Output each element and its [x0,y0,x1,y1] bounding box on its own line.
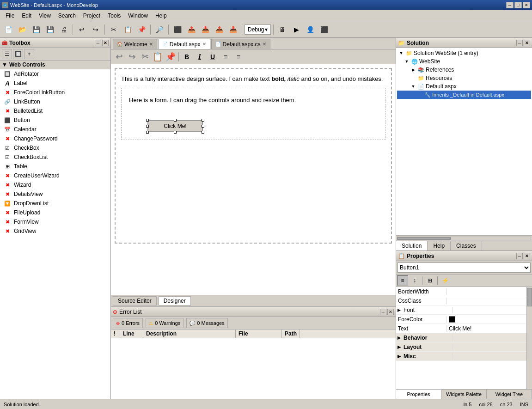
properties-close-button[interactable]: ✕ [524,253,530,259]
solution-scroll-thumb[interactable] [397,237,451,240]
devices-button[interactable]: 🖥 [276,24,289,36]
redo-button[interactable]: ↪ [89,24,102,36]
toolbox-item-checkbox[interactable]: ☑ CheckBox [0,143,110,153]
person-button[interactable]: 👤 [304,24,317,36]
prop-categorized-button[interactable]: ≡ [397,275,408,286]
toolbox-search-icon-btn[interactable]: 🔲 [13,49,23,59]
tb-extra5[interactable]: 📥 [226,24,239,36]
website-expander[interactable]: ▼ [404,58,410,65]
menu-tools[interactable]: Tools [104,12,124,20]
toolbox-item-fileupload[interactable]: ✖ FileUpload [0,208,110,217]
handle-bot-center[interactable] [174,131,177,134]
close-button[interactable]: ✕ [523,2,530,8]
prop-tab-widgets-palette[interactable]: Widgets Palette [441,390,487,399]
toolbox-item-changepassword[interactable]: ✖ ChangePassword [0,134,110,143]
prop-events-button[interactable]: ⚡ [440,275,451,286]
underline-button[interactable]: U [207,51,219,62]
handle-bot-left[interactable] [146,131,149,134]
default-aspx-tab-close[interactable]: ✕ [202,42,206,47]
errors-filter-button[interactable]: ⊖ 0 Errors [113,318,143,328]
properties-pin-button[interactable]: ─ [516,253,523,259]
run-button[interactable]: ▶ [290,24,303,36]
find-button[interactable]: 🔎 [153,24,166,36]
tree-references[interactable]: ▶ 📚 References [397,66,531,74]
welcome-tab-close[interactable]: ✕ [149,42,153,47]
editor-copy-button[interactable]: 📋 [152,51,164,62]
messages-filter-button[interactable]: 💬 0 Messages [186,318,227,328]
tb-extra2[interactable]: 📤 [185,24,198,36]
sol-tab-help[interactable]: Help [428,241,451,250]
handle-mid-right[interactable] [202,125,204,128]
references-expander[interactable]: ▶ [410,67,416,73]
toolbox-item-table[interactable]: ⊞ Table [0,162,110,171]
solution-expander[interactable]: ▼ [398,50,404,56]
tree-solution[interactable]: ▼ 📁 Solution WebSite (1 entry) [397,49,531,57]
menu-help[interactable]: Help [152,12,171,20]
maximize-button[interactable]: □ [514,2,522,8]
toolbox-item-bulletedlist[interactable]: ✖ BulletedList [0,106,110,116]
error-pin-button[interactable]: ─ [380,309,386,315]
editor-cut-button[interactable]: ✂ [139,51,151,62]
toolbox-close-button[interactable]: ✕ [102,40,109,46]
copy-button[interactable]: 📋 [121,24,134,36]
editor-undo-button[interactable]: ↩ [113,51,125,62]
open-button[interactable]: 📂 [16,24,29,36]
default-aspx-expander[interactable]: ▼ [410,83,416,90]
menu-search[interactable]: Search [55,12,79,20]
handle-top-left[interactable] [146,119,149,122]
menu-view[interactable]: View [35,12,55,20]
toolbox-item-wizard[interactable]: ✖ Wizard [0,180,110,189]
menu-file[interactable]: File [2,12,18,20]
toolbox-item-calendar[interactable]: 📅 Calendar [0,125,110,134]
toolbox-item-button[interactable]: ⬛ Button [0,116,110,125]
toolbox-item-checkboxlist[interactable]: ☑ CheckBoxList [0,153,110,162]
italic-button[interactable]: I [194,51,206,62]
save-button[interactable]: 💾 [30,24,43,36]
sol-tab-solution[interactable]: Solution [396,241,428,250]
toolbox-item-gridview[interactable]: ✖ GridView [0,226,110,236]
prop-scroll-thumb[interactable] [527,288,532,306]
toolbox-item-createuserwizard[interactable]: ✖ CreateUserWizard [0,171,110,180]
prop-value-forecolor[interactable] [447,316,526,323]
tree-website[interactable]: ▼ 🌐 WebSite [397,57,531,66]
save-all-button[interactable]: 💾 [43,24,56,36]
editor-paste-button[interactable]: 📌 [165,51,177,62]
tree-default-aspx[interactable]: ▼ 📄 Default.aspx [397,82,531,91]
handle-top-center[interactable] [174,119,177,122]
prop-sorted-button[interactable]: ↕ [409,275,420,286]
toolbox-add-button[interactable]: + [24,49,34,59]
toolbox-item-dropdownlist[interactable]: 🔽 DropDownList [0,199,110,208]
toolbox-search-list-icon[interactable]: ☰ [2,49,12,59]
misc-expander[interactable]: ▶ [396,354,402,359]
tb-extra1[interactable]: ⬛ [171,24,184,36]
toolbox-item-formview[interactable]: ✖ FormView [0,217,110,226]
solution-scroll-track[interactable] [397,237,531,240]
warnings-filter-button[interactable]: ⚠ 0 Warnings [146,318,183,328]
toolbox-pin-button[interactable]: ─ [95,40,101,46]
debug-dropdown[interactable]: Debug ▾ [245,24,271,35]
bold-button[interactable]: B [181,51,193,62]
tree-inherits[interactable]: ▶ 🔧 Inherits _Default in Default.aspx [397,91,531,99]
default-aspx-cs-tab-close[interactable]: ✕ [263,42,266,47]
minimize-button[interactable]: ─ [506,2,514,8]
prop-tab-widget-tree[interactable]: Widget Tree [487,390,532,399]
new-file-button[interactable]: 📄 [2,24,15,36]
prop-scrollbar[interactable] [526,287,532,389]
solution-pin-button[interactable]: ─ [516,40,523,46]
handle-top-right[interactable] [202,119,204,122]
source-editor-tab[interactable]: Source Editor [113,296,157,305]
undo-button[interactable]: ↩ [75,24,88,36]
font-expander[interactable]: ▶ [396,308,402,312]
menu-project[interactable]: Project [79,12,104,20]
print-button[interactable]: 🖨 [57,24,70,36]
menu-window[interactable]: Window [124,12,152,20]
paste-button[interactable]: 📌 [135,24,148,36]
toolbox-item-label[interactable]: A Label [0,79,110,88]
toolbox-item-adrotator[interactable]: 🔲 AdRotator [0,69,110,79]
cut-button[interactable]: ✂ [107,24,120,36]
align-right-button[interactable]: ≡ [232,51,245,62]
tree-resources[interactable]: ▶ 📁 Resources [397,74,531,82]
tab-default-aspx[interactable]: 📄 Default.aspx ✕ [158,39,210,49]
toolbox-section-header[interactable]: ▼ Web Controls [0,61,110,69]
error-close-button[interactable]: ✕ [387,309,394,315]
